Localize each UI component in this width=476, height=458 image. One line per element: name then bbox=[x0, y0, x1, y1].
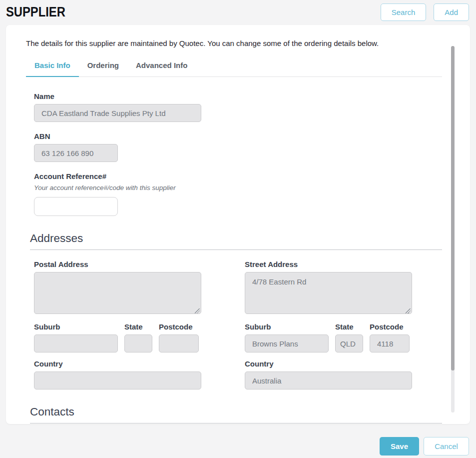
street-suburb-input bbox=[245, 334, 329, 352]
street-suburb-group: Suburb bbox=[245, 322, 329, 352]
addresses-grid: Postal Address Suburb State Postcode bbox=[34, 260, 442, 390]
add-button[interactable]: Add bbox=[434, 4, 469, 21]
street-state-label: State bbox=[335, 322, 363, 331]
street-country-input bbox=[245, 372, 412, 390]
postal-country-input bbox=[34, 372, 201, 390]
postal-address-textarea bbox=[34, 272, 201, 314]
street-suburb-label: Suburb bbox=[245, 322, 329, 331]
account-reference-field-group: Account Reference# Your account referenc… bbox=[34, 172, 442, 216]
postal-address-column: Postal Address Suburb State Postcode bbox=[34, 260, 201, 390]
contacts-section-header: Contacts bbox=[30, 406, 442, 424]
account-reference-hint: Your account reference#/code with this s… bbox=[34, 184, 442, 192]
supplier-card: The details for this supplier are mainta… bbox=[6, 25, 470, 424]
search-button[interactable]: Search bbox=[381, 4, 427, 21]
abn-field-group: ABN bbox=[34, 132, 442, 162]
postal-state-label: State bbox=[124, 322, 152, 331]
basic-info-panel: Name ABN Account Reference# Your account… bbox=[34, 92, 442, 424]
street-address-label: Street Address bbox=[245, 260, 412, 268]
postal-suburb-group: Suburb bbox=[34, 322, 118, 352]
street-postcode-label: Postcode bbox=[370, 322, 410, 331]
street-state-input bbox=[335, 334, 363, 352]
postal-suburb-label: Suburb bbox=[34, 322, 118, 331]
abn-input bbox=[34, 144, 118, 162]
postal-postcode-input bbox=[159, 334, 199, 352]
page-title: SUPPLIER bbox=[6, 4, 65, 20]
postal-state-group: State bbox=[124, 322, 152, 352]
postal-locality-row: Suburb State Postcode bbox=[34, 322, 201, 352]
topbar: SUPPLIER Search Add bbox=[0, 0, 476, 25]
street-postcode-group: Postcode bbox=[370, 322, 410, 352]
postal-postcode-label: Postcode bbox=[159, 322, 199, 331]
postal-address-textarea-wrap bbox=[34, 272, 201, 316]
scrollbar-thumb[interactable] bbox=[451, 46, 455, 370]
name-input bbox=[34, 104, 201, 122]
street-state-group: State bbox=[335, 322, 363, 352]
name-label: Name bbox=[34, 92, 442, 100]
postal-country-label: Country bbox=[34, 360, 201, 368]
tab-advanced-info[interactable]: Advanced Info bbox=[127, 58, 196, 77]
tab-ordering[interactable]: Ordering bbox=[79, 58, 127, 77]
street-country-group: Country bbox=[245, 360, 412, 390]
street-postcode-input bbox=[370, 334, 410, 352]
account-reference-label: Account Reference# bbox=[34, 172, 442, 180]
street-address-textarea: 4/78 Eastern Rd bbox=[245, 272, 412, 314]
footer-actions: Save Cancel bbox=[380, 437, 469, 456]
street-country-label: Country bbox=[245, 360, 412, 368]
addresses-section-header: Addresses bbox=[30, 232, 442, 250]
postal-country-group: Country bbox=[34, 360, 201, 390]
tab-basic-info[interactable]: Basic Info bbox=[26, 58, 79, 77]
postal-address-label: Postal Address bbox=[34, 260, 201, 268]
topbar-actions: Search Add bbox=[381, 4, 469, 21]
postal-suburb-input bbox=[34, 334, 118, 352]
tabbar: Basic Info Ordering Advanced Info bbox=[26, 58, 442, 77]
save-button[interactable]: Save bbox=[380, 437, 419, 456]
postal-state-input bbox=[124, 334, 152, 352]
cancel-button[interactable]: Cancel bbox=[424, 437, 469, 456]
contacts-heading: Contacts bbox=[30, 406, 442, 418]
account-reference-input[interactable] bbox=[34, 197, 118, 216]
vertical-scrollbar[interactable] bbox=[451, 46, 455, 412]
postal-postcode-group: Postcode bbox=[159, 322, 199, 352]
name-field-group: Name bbox=[34, 92, 442, 122]
street-locality-row: Suburb State Postcode bbox=[245, 322, 412, 352]
street-address-column: Street Address 4/78 Eastern Rd Suburb St… bbox=[245, 260, 412, 390]
supplier-notice: The details for this supplier are mainta… bbox=[26, 39, 442, 48]
abn-label: ABN bbox=[34, 132, 442, 140]
addresses-heading: Addresses bbox=[30, 232, 442, 245]
street-address-textarea-wrap: 4/78 Eastern Rd bbox=[245, 272, 412, 316]
